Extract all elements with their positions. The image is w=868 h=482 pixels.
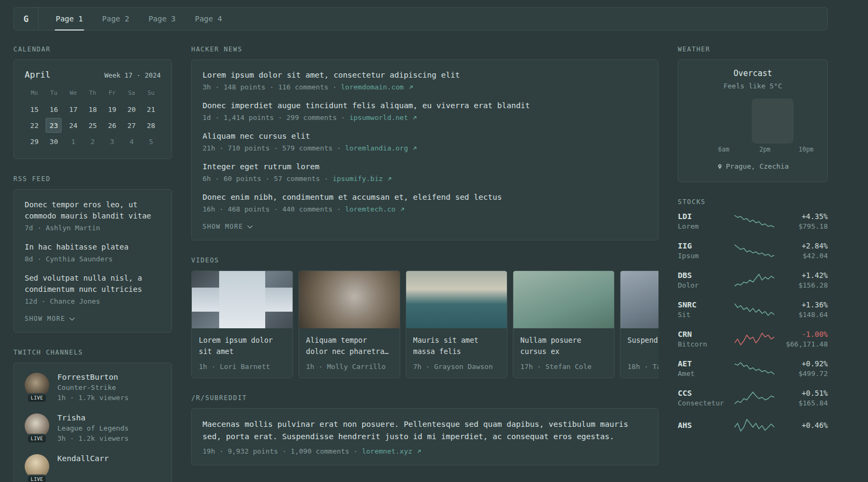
video-card[interactable]: Nullam posuere cursus ex 17h · Stefan Co… (513, 270, 615, 378)
channel-name[interactable]: KendallCarr (57, 454, 109, 463)
video-title[interactable]: Nullam posuere cursus ex (520, 335, 607, 357)
post-stats: 19h · 9,932 points · 1,090 comments · (203, 447, 358, 455)
stock-sparkline (735, 332, 774, 346)
stock-row[interactable]: AHS +0.46% (678, 418, 828, 432)
weather-section-title: WEATHER (678, 46, 828, 53)
app-logo[interactable]: G (14, 7, 39, 30)
show-more-label: SHOW MORE (25, 315, 65, 322)
hackernews-item-title[interactable]: Integer eget rutrum lorem (203, 161, 647, 172)
location-pin-icon (717, 163, 723, 170)
twitch-channel-item[interactable]: LIVE Trisha League of Legends 3h · 1.2k … (25, 413, 161, 442)
domain-text: ipsumworld.net (349, 114, 408, 122)
stock-row[interactable]: IIG Ipsum +2.84% $42.04 (678, 242, 828, 260)
source-domain-link[interactable]: ipsumify.biz (333, 175, 393, 183)
stock-price: $156.28 (780, 281, 828, 289)
weather-location: Prague, Czechia (717, 162, 789, 170)
video-title[interactable]: Mauris sit amet massa felis (413, 335, 500, 357)
video-thumbnail[interactable] (513, 271, 614, 328)
video-title[interactable]: Lorem ipsum dolor sit amet consectetu… (199, 335, 286, 357)
stock-row[interactable]: LDI Lorem +4.35% $795.18 (678, 212, 828, 230)
stocks-section-title: STOCKS (678, 198, 828, 206)
stock-values: +2.84% $42.04 (780, 242, 828, 260)
video-card[interactable]: Mauris sit amet massa felis 7h · Grayson… (406, 270, 507, 378)
hackernews-item-title[interactable]: Lorem ipsum dolor sit amet, consectetur … (203, 70, 647, 81)
weather-feels-like: Feels like 5°C (687, 82, 819, 90)
source-domain-link[interactable]: loremnet.xyz (362, 447, 422, 455)
weather-condition: Overcast (687, 69, 819, 78)
external-link-icon (412, 115, 417, 120)
show-more-label: SHOW MORE (203, 223, 243, 230)
video-thumbnail[interactable] (299, 271, 400, 328)
video-title[interactable]: Suspendisse diam (627, 335, 659, 357)
day-of-week-label: Su (147, 89, 154, 96)
page-tab[interactable]: Page 4 (190, 7, 228, 30)
video-meta: 1h · Molly Carrillo (306, 363, 393, 371)
video-thumbnail[interactable] (406, 271, 507, 328)
stock-row[interactable]: CRN Bitcorn -1.00% $66,171.48 (678, 330, 828, 348)
time-axis-label: 2pm (759, 146, 770, 153)
show-more-button[interactable]: SHOW MORE (203, 223, 253, 230)
calendar-day: 20 (124, 102, 140, 117)
hackernews-item-title[interactable]: Aliquam nec cursus elit (203, 131, 647, 142)
video-card[interactable]: Suspendisse diam 18h · Tara (620, 270, 659, 378)
page-tab[interactable]: Page 3 (143, 7, 181, 30)
calendar-day: 1 (65, 134, 81, 149)
video-card[interactable]: Aliquam tempor dolor nec pharetra… 1h · … (298, 270, 400, 378)
source-domain-link[interactable]: loremdomain.com (341, 83, 413, 91)
calendar-month: April (25, 70, 50, 80)
calendar-day: 16 (46, 102, 62, 117)
stock-name: Ipsum (678, 252, 729, 260)
calendar-day: 27 (124, 118, 140, 133)
rss-widget: RSS FEED Donec tempor eros leo, ut commo… (13, 175, 172, 333)
subreddit-widget: /R/SUBREDDIT Maecenas mollis pulvinar er… (191, 394, 659, 465)
stock-identity: IIG Ipsum (678, 242, 729, 260)
channel-name[interactable]: Trisha (57, 413, 129, 422)
calendar-day: 18 (85, 102, 101, 117)
channel-name[interactable]: ForrestBurton (57, 373, 129, 381)
rss-item-title[interactable]: Sed volutpat nulla nisl, a condimentum n… (25, 273, 161, 295)
channel-info: Trisha League of Legends 3h · 1.2k viewe… (57, 413, 129, 442)
item-stats: 16h · 468 points · 440 comments · (203, 205, 341, 213)
day-of-week-label: Sa (128, 89, 135, 96)
source-domain-link[interactable]: loremtech.co (345, 205, 405, 213)
stock-change: +0.51% (780, 389, 828, 397)
dashboard-grid: CALENDAR April Week 17 · 2024 MoTuWeThFr… (13, 46, 828, 482)
stock-row[interactable]: SNRC Sit +1.36% $148.64 (678, 300, 828, 319)
chevron-down-icon (69, 317, 75, 321)
subreddit-post-title[interactable]: Maecenas mollis pulvinar erat non posuer… (203, 418, 647, 443)
calendar-day: 17 (65, 102, 81, 117)
rss-item-meta: 12d · Chance Jones (25, 297, 161, 305)
stock-row[interactable]: AET Amet +0.92% $499.72 (678, 359, 828, 378)
weather-widget: WEATHER Overcast Feels like 5°C 6am2pm10… (678, 46, 828, 182)
stock-row[interactable]: CCS Consectetur +0.51% $165.84 (678, 389, 828, 407)
video-thumbnail[interactable] (620, 271, 659, 328)
stock-price: $42.04 (780, 252, 828, 260)
stock-change: +1.36% (780, 300, 828, 309)
video-card[interactable]: Lorem ipsum dolor sit amet consectetu… 1… (191, 270, 293, 378)
stock-row[interactable]: DBS Dolor +1.42% $156.28 (678, 271, 828, 289)
rss-item-title[interactable]: In hac habitasse platea (25, 242, 161, 253)
stock-identity: CCS Consectetur (678, 389, 729, 407)
video-thumbnail[interactable] (192, 271, 293, 328)
hackernews-card: Lorem ipsum dolor sit amet, consectetur … (191, 59, 659, 240)
page-tab[interactable]: Page 1 (50, 7, 88, 30)
stock-name: Consectetur (678, 399, 729, 407)
show-more-button[interactable]: SHOW MORE (25, 315, 75, 322)
item-stats: 21h · 710 points · 579 comments · (203, 144, 341, 152)
page-tab[interactable]: Page 2 (97, 7, 135, 30)
external-link-icon (408, 85, 414, 90)
source-domain-link[interactable]: loremlandia.org (345, 144, 417, 152)
hackernews-item-title[interactable]: Donec imperdiet augue tincidunt felis al… (203, 100, 647, 111)
stock-identity: CRN Bitcorn (678, 330, 729, 348)
source-domain-link[interactable]: ipsumworld.net (349, 114, 417, 122)
video-meta: 7h · Grayson Dawson (413, 363, 500, 371)
video-title[interactable]: Aliquam tempor dolor nec pharetra… (306, 335, 393, 357)
twitch-channel-item[interactable]: LIVE ForrestBurton Counter-Strike 1h · 1… (25, 373, 161, 402)
rss-item-title[interactable]: Donec tempor eros leo, ut commodo mauris… (25, 199, 161, 222)
twitch-channel-item[interactable]: LIVE KendallCarr (25, 454, 161, 479)
twitch-card: LIVE ForrestBurton Counter-Strike 1h · 1… (13, 363, 172, 482)
hackernews-item-title[interactable]: Donec enim nibh, condimentum et accumsan… (203, 192, 647, 203)
day-of-week-label: Mo (31, 89, 38, 96)
stock-name: Amet (678, 370, 729, 378)
calendar-week-label: Week 17 · 2024 (104, 71, 161, 79)
